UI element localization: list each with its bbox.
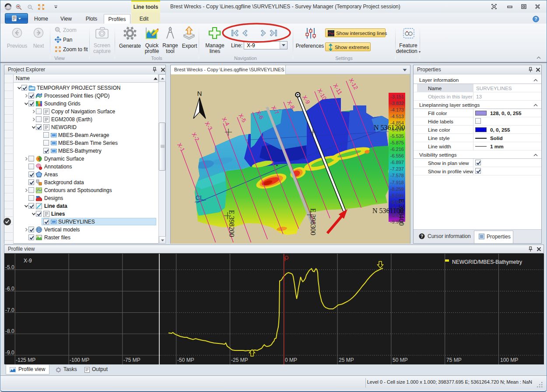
svg-text:-6.556: -6.556 [390,153,404,158]
svg-text:-7.0: -7.0 [5,307,14,313]
svg-text:NEWGRID/MBES-Bathymetry: NEWGRID/MBES-Bathymetry [452,259,522,265]
svg-text:-125 MP: -125 MP [16,357,35,363]
svg-text:-7.918: -7.918 [390,180,404,185]
svg-text:E 398200: E 398200 [228,210,235,237]
svg-text:-6.897: -6.897 [390,160,404,165]
svg-text:50 MP: 50 MP [393,357,408,363]
svg-text:?: ? [534,17,537,21]
svg-text:-8.259: -8.259 [390,186,404,192]
svg-text:E 398300: E 398300 [309,208,317,235]
svg-text:-9.0: -9.0 [5,350,14,356]
svg-text:N 5361200: N 5361200 [374,124,405,131]
svg-text:-75 MP: -75 MP [123,357,140,363]
svg-text:-7.237: -7.237 [390,166,404,172]
svg-text:-3.151: -3.151 [390,94,404,99]
svg-text:100 MP: 100 MP [500,357,518,363]
svg-text:-6.0: -6.0 [5,286,14,292]
svg-text:-8.599: -8.599 [390,193,404,198]
svg-text:-5.535: -5.535 [390,133,404,139]
svg-text:-3.832: -3.832 [390,101,404,106]
svg-text:-6.216: -6.216 [390,147,404,152]
svg-text:-5.0: -5.0 [5,264,14,270]
svg-text:N: N [197,90,202,97]
svg-text:-5.875: -5.875 [390,140,404,145]
svg-text:-4.513: -4.513 [390,114,404,119]
svg-text:75 MP: 75 MP [446,357,462,363]
svg-text:?: ? [421,234,423,239]
svg-text:-25 MP: -25 MP [231,357,248,363]
svg-text:25 MP: 25 MP [339,357,354,363]
svg-text:-4.173: -4.173 [390,107,404,112]
svg-text:-8.0: -8.0 [5,328,14,334]
svg-text:-50 MP: -50 MP [177,357,194,363]
svg-text:0 MP: 0 MP [285,357,297,363]
svg-text:-7.578: -7.578 [390,173,404,178]
svg-text:E 398400: E 398400 [398,199,405,226]
svg-text:-100 MP: -100 MP [70,357,89,363]
svg-text:X-9: X-9 [24,258,32,264]
